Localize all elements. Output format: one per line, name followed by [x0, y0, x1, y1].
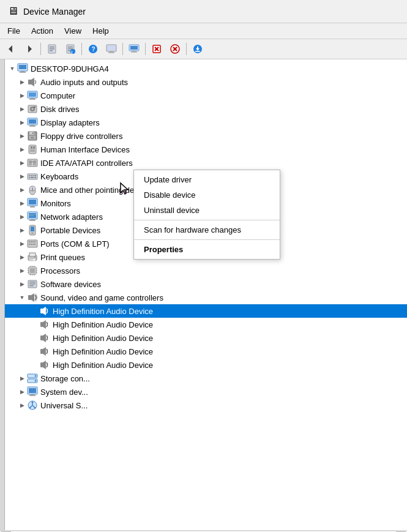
- hda-1-label: High Definition Audio Device: [53, 320, 153, 329]
- update-driver-button[interactable]: i: [62, 41, 79, 57]
- scan-button[interactable]: [103, 41, 120, 57]
- processor-icon: [27, 265, 38, 276]
- hda-2-label: High Definition Audio Device: [53, 334, 153, 343]
- tree-item-universal[interactable]: Universal S...: [5, 399, 407, 412]
- computer-device-icon: [27, 90, 38, 101]
- tree-item-hda-4[interactable]: High Definition Audio Device: [5, 358, 407, 372]
- help-button[interactable]: ?: [84, 41, 102, 57]
- computer-expand[interactable]: [17, 91, 27, 100]
- title-bar: 🖥 Device Manager: [0, 0, 407, 23]
- tree-item-hda-2[interactable]: High Definition Audio Device: [5, 331, 407, 345]
- download-button[interactable]: [189, 41, 206, 57]
- svg-rect-38: [29, 99, 35, 100]
- ports-expand[interactable]: [17, 239, 27, 249]
- svg-rect-55: [33, 146, 35, 149]
- svg-rect-62: [28, 174, 37, 179]
- toolbar-separator-4: [145, 43, 146, 55]
- context-menu-scan-hardware[interactable]: Scan for hardware changes: [134, 222, 280, 238]
- tree-item-audio[interactable]: Audio inputs and outputs: [5, 75, 407, 89]
- tree-item-hid[interactable]: Human Interface Devices: [5, 143, 407, 156]
- menu-view[interactable]: View: [59, 24, 86, 37]
- monitor-pc-button[interactable]: [125, 41, 143, 57]
- hda-4-icon: [39, 359, 50, 370]
- svg-rect-67: [29, 177, 30, 178]
- ide-icon: [27, 157, 38, 168]
- network-expand[interactable]: [17, 212, 27, 222]
- menu-file[interactable]: File: [2, 24, 25, 37]
- svg-marker-0: [9, 45, 12, 53]
- universal-expand[interactable]: [17, 400, 27, 410]
- display-expand[interactable]: [17, 118, 27, 127]
- tree-item-display[interactable]: Display adapters: [5, 116, 407, 129]
- svg-rect-77: [31, 206, 34, 206]
- audio-expand[interactable]: [17, 77, 27, 87]
- mouse-icon: [27, 184, 38, 195]
- keyboard-expand[interactable]: [17, 171, 27, 181]
- tree-item-hda-3[interactable]: High Definition Audio Device: [5, 345, 407, 358]
- hid-expand[interactable]: [17, 144, 27, 154]
- ide-expand[interactable]: [17, 158, 27, 168]
- context-menu-disable-device[interactable]: Disable device: [134, 187, 280, 203]
- tree-item-processor[interactable]: Processors: [5, 264, 407, 277]
- monitor-icon: [27, 198, 38, 209]
- storage-expand[interactable]: [17, 373, 27, 383]
- tree-item-hda-0[interactable]: High Definition Audio Device: [5, 304, 407, 318]
- svg-rect-100: [30, 260, 33, 260]
- context-menu-properties[interactable]: Properties: [134, 242, 280, 257]
- ports-icon: [27, 238, 38, 249]
- svg-rect-76: [30, 206, 35, 208]
- software-expand[interactable]: [17, 279, 27, 289]
- svg-rect-89: [31, 241, 32, 242]
- tree-item-software[interactable]: Software devices: [5, 277, 407, 291]
- back-button[interactable]: [2, 41, 20, 57]
- monitor-expand[interactable]: [17, 198, 27, 208]
- tree-item-sound[interactable]: Sound, video and game controllers: [5, 291, 407, 304]
- tree-item-hda-1[interactable]: High Definition Audio Device: [5, 318, 407, 331]
- sound-expand[interactable]: [17, 293, 27, 302]
- tree-item-system[interactable]: System dev...: [5, 385, 407, 399]
- disk-expand[interactable]: [17, 104, 27, 114]
- floppy-expand[interactable]: [17, 131, 27, 141]
- menu-help[interactable]: Help: [88, 24, 114, 37]
- portable-expand[interactable]: [17, 225, 27, 235]
- tree-item-ide[interactable]: IDE ATA/ATAPI controllers: [5, 156, 407, 170]
- remove-button[interactable]: [166, 41, 184, 57]
- hda-1-icon: [39, 319, 50, 330]
- network-icon: [27, 211, 38, 222]
- svg-rect-94: [32, 244, 34, 245]
- tree-item-storage[interactable]: Storage con...: [5, 372, 407, 385]
- system-expand[interactable]: [17, 387, 27, 397]
- mouse-expand[interactable]: [17, 185, 27, 195]
- ports-label: Ports (COM & LPT): [40, 239, 110, 249]
- ide-label: IDE ATA/ATAPI controllers: [40, 159, 133, 168]
- svg-rect-91: [34, 241, 35, 242]
- menu-action[interactable]: Action: [26, 24, 58, 37]
- toolbar-separator-3: [122, 43, 123, 55]
- toolbar: i ?: [0, 39, 407, 59]
- svg-point-129: [35, 380, 37, 382]
- root-expand-arrow[interactable]: [7, 64, 17, 73]
- tree-view[interactable]: DESKTOP-9DUHGA4 Audio inputs and outputs…: [5, 59, 407, 530]
- content-area: DESKTOP-9DUHGA4 Audio inputs and outputs…: [0, 59, 407, 530]
- tree-item-floppy[interactable]: Floppy drive controllers: [5, 129, 407, 143]
- svg-point-101: [34, 257, 35, 258]
- forward-button[interactable]: [21, 41, 38, 57]
- processor-expand[interactable]: [17, 266, 27, 275]
- print-expand[interactable]: [17, 252, 27, 262]
- svg-rect-35: [28, 80, 31, 84]
- tree-item-disk[interactable]: Disk drives: [5, 102, 407, 116]
- properties-button[interactable]: [43, 41, 61, 57]
- software-label: Software devices: [40, 280, 101, 289]
- svg-rect-20: [130, 46, 138, 50]
- window-icon: 🖥: [7, 5, 18, 18]
- svg-rect-75: [29, 200, 36, 204]
- svg-rect-99: [30, 258, 35, 259]
- context-menu-update-driver[interactable]: Update driver: [134, 172, 280, 187]
- warning-button[interactable]: [148, 41, 165, 57]
- svg-rect-7: [68, 47, 73, 48]
- print-label: Print queues: [40, 253, 85, 262]
- context-menu-uninstall-device[interactable]: Uninstall device: [134, 203, 280, 218]
- tree-item-computer[interactable]: Computer: [5, 89, 407, 102]
- tree-root[interactable]: DESKTOP-9DUHGA4: [5, 62, 407, 75]
- svg-rect-66: [34, 175, 36, 176]
